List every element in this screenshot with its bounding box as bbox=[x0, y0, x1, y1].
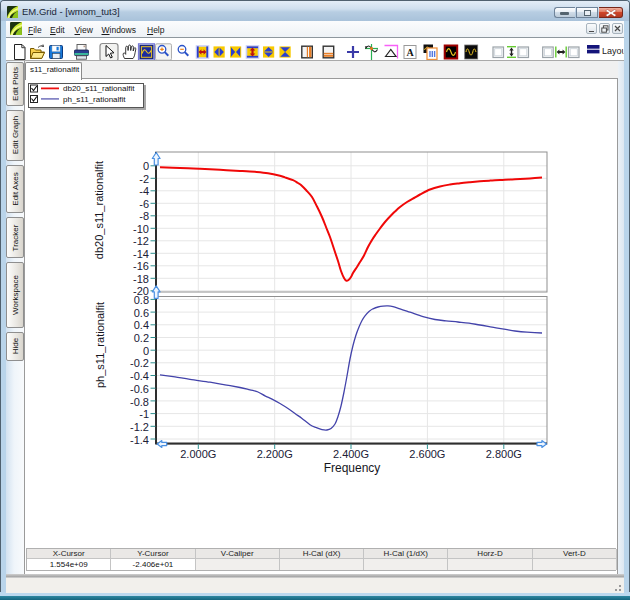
svg-text:2.200G: 2.200G bbox=[257, 448, 293, 460]
svg-text:-2: -2 bbox=[139, 173, 149, 185]
svg-text:-0.2: -0.2 bbox=[130, 357, 149, 369]
svg-text:-0.4: -0.4 bbox=[130, 370, 149, 382]
svg-text:-18: -18 bbox=[133, 273, 149, 285]
svg-text:-16: -16 bbox=[133, 260, 149, 272]
svg-text:-8: -8 bbox=[139, 210, 149, 222]
svg-text:-1.2: -1.2 bbox=[130, 421, 149, 433]
svg-text:0.4: 0.4 bbox=[134, 319, 149, 331]
svg-text:db20_s11_rationalfit: db20_s11_rationalfit bbox=[93, 161, 105, 259]
svg-text:-1.4: -1.4 bbox=[130, 434, 149, 446]
svg-text:-0.8: -0.8 bbox=[130, 396, 149, 408]
svg-text:0.6: 0.6 bbox=[134, 307, 149, 319]
svg-text:Frequency: Frequency bbox=[324, 461, 381, 475]
svg-text:0: 0 bbox=[143, 160, 149, 172]
svg-text:-6: -6 bbox=[139, 198, 149, 210]
svg-text:-0.6: -0.6 bbox=[130, 383, 149, 395]
svg-text:2.400G: 2.400G bbox=[333, 448, 369, 460]
svg-text:0: 0 bbox=[143, 345, 149, 357]
svg-text:2.000G: 2.000G bbox=[180, 448, 216, 460]
svg-text:-14: -14 bbox=[133, 248, 149, 260]
svg-text:-1: -1 bbox=[139, 408, 149, 420]
svg-text:0.2: 0.2 bbox=[134, 332, 149, 344]
svg-text:-4: -4 bbox=[139, 185, 149, 197]
svg-text:-10: -10 bbox=[133, 223, 149, 235]
svg-text:-12: -12 bbox=[133, 235, 149, 247]
svg-text:2.800G: 2.800G bbox=[486, 448, 522, 460]
svg-text:2.600G: 2.600G bbox=[409, 448, 445, 460]
svg-text:0.8: 0.8 bbox=[134, 294, 149, 306]
svg-text:ph_s11_rationalfit: ph_s11_rationalfit bbox=[94, 302, 106, 388]
